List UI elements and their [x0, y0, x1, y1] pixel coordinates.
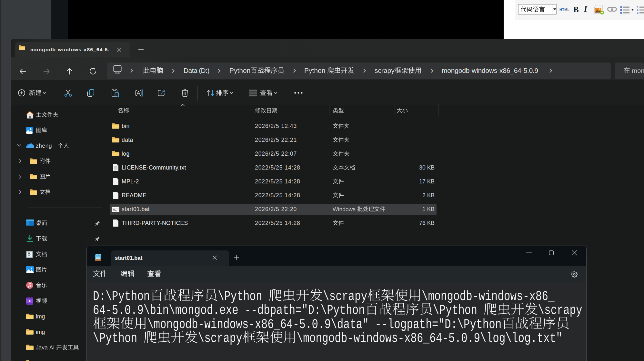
svg-text:3: 3 — [637, 11, 639, 15]
